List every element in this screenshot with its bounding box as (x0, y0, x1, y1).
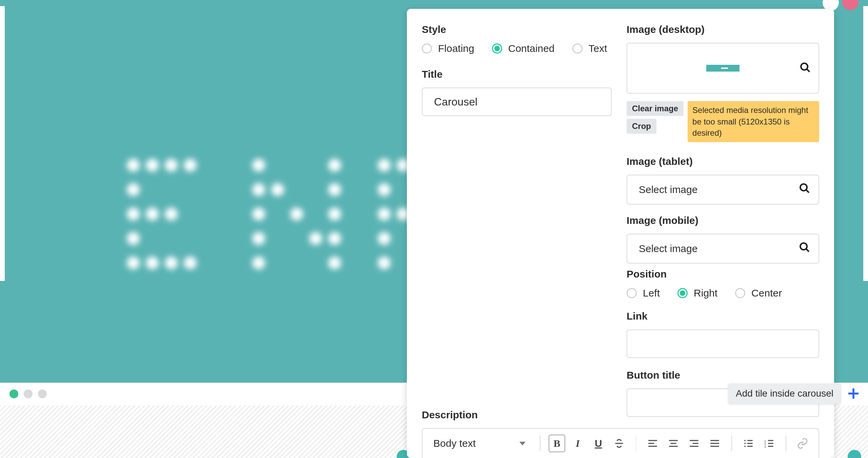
image-mobile-label: Image (mobile) (627, 215, 819, 226)
style-radio-contained[interactable]: Contained (492, 43, 555, 54)
title-label: Title (422, 69, 612, 80)
editor-toolbar: Body text B I U (422, 428, 819, 458)
image-tablet-placeholder: Select image (639, 184, 697, 195)
svg-line-3 (806, 190, 809, 193)
svg-point-19 (744, 440, 746, 441)
add-tile-button[interactable] (845, 385, 862, 402)
toolbar-divider (540, 436, 540, 451)
numbered-list-button[interactable]: 123 (761, 435, 777, 452)
align-center-button[interactable] (665, 435, 682, 452)
search-icon (799, 183, 810, 196)
search-icon[interactable] (800, 62, 811, 75)
image-tablet-label: Image (tablet) (627, 156, 819, 167)
pager-dot-1[interactable] (9, 389, 18, 398)
clear-image-button[interactable]: Clear image (627, 101, 684, 116)
align-justify-button[interactable] (707, 435, 723, 452)
resolution-warning: Selected media resolution might be too s… (688, 101, 819, 142)
image-desktop-label: Image (desktop) (627, 24, 819, 35)
align-left-button[interactable] (644, 435, 661, 452)
search-icon (799, 242, 810, 255)
style-radio-group: Floating Contained Text (422, 43, 612, 54)
position-radio-center[interactable]: Center (735, 287, 782, 299)
underline-button[interactable]: U (590, 435, 607, 452)
add-tile-control: Add tile inside carousel (728, 383, 862, 404)
link-input[interactable] (627, 329, 819, 358)
svg-point-0 (801, 63, 808, 70)
svg-point-4 (800, 243, 807, 250)
crop-button[interactable]: Crop (627, 119, 656, 134)
svg-line-1 (807, 69, 810, 72)
toolbar-divider (636, 436, 636, 451)
carousel-pager (9, 389, 47, 398)
link-button[interactable] (794, 435, 811, 452)
image-desktop-thumbnail (706, 65, 739, 72)
position-radio-group: Left Right Center (627, 287, 819, 299)
preview-top-strip (0, 0, 868, 6)
title-input[interactable] (422, 88, 612, 116)
text-style-select[interactable]: Body text (430, 434, 532, 453)
align-right-button[interactable] (686, 435, 703, 452)
style-radio-floating[interactable]: Floating (422, 43, 474, 54)
svg-text:3: 3 (764, 445, 766, 449)
image-desktop-picker[interactable] (627, 43, 819, 94)
position-label: Position (627, 268, 819, 280)
strikethrough-button[interactable] (611, 435, 627, 452)
svg-line-5 (806, 249, 809, 252)
chevron-down-icon (519, 442, 526, 445)
svg-point-21 (744, 445, 746, 447)
image-mobile-placeholder: Select image (639, 243, 697, 254)
svg-point-2 (800, 184, 807, 191)
pager-dot-2[interactable] (24, 389, 33, 398)
position-radio-right[interactable]: Right (677, 287, 717, 299)
description-label: Description (422, 409, 819, 421)
position-radio-left[interactable]: Left (627, 287, 660, 299)
bullet-list-button[interactable] (740, 435, 757, 452)
image-mobile-picker[interactable]: Select image (627, 234, 819, 264)
bold-button[interactable]: B (549, 435, 565, 452)
toolbar-divider (731, 436, 732, 451)
link-label: Link (627, 310, 819, 322)
add-tile-tooltip: Add tile inside carousel (728, 383, 841, 404)
svg-point-20 (744, 443, 746, 444)
button-title-label: Button title (627, 369, 819, 381)
italic-button[interactable]: I (569, 435, 586, 452)
toolbar-divider (786, 436, 786, 451)
image-tablet-picker[interactable]: Select image (627, 175, 819, 205)
style-radio-text[interactable]: Text (572, 43, 607, 54)
style-label: Style (422, 24, 612, 35)
pager-dot-3[interactable] (38, 389, 47, 398)
